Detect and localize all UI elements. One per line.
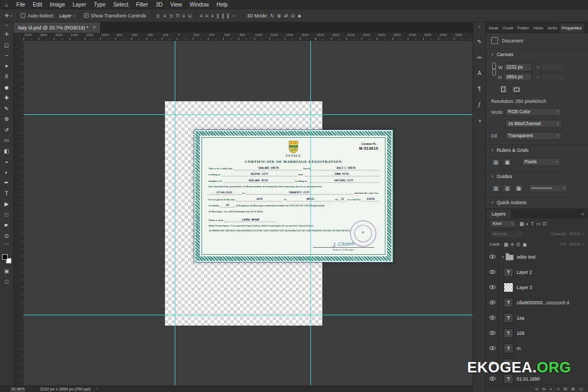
3d-scale-icon[interactable]: ◈ (298, 13, 302, 19)
layer-row[interactable]: ∨ 169 (486, 326, 588, 341)
filter-shape-layers-icon[interactable]: ▭ (535, 221, 541, 226)
glyphs-panel-icon[interactable]: ƒ (478, 102, 481, 108)
guide-horizontal[interactable] (23, 114, 473, 115)
menu-item[interactable]: Type (90, 2, 109, 8)
tab-patterns[interactable]: Patter (515, 23, 531, 33)
menu-item[interactable]: Layer (69, 2, 90, 8)
menu-item[interactable]: Help (213, 2, 232, 8)
tab-layers[interactable]: Layers (487, 210, 511, 218)
filter-adjustment-layers-icon[interactable]: ◐ (525, 221, 530, 226)
layer-name[interactable]: 169 (517, 330, 524, 336)
adjustment-layer-icon[interactable]: ◑ (557, 387, 560, 391)
layer-thumbnail[interactable] (506, 255, 513, 260)
blur-tool[interactable]: ◒ (0, 156, 14, 167)
layer-row[interactable]: ∨ edite text (486, 249, 588, 265)
lock-all-icon[interactable]: ▣ (521, 242, 528, 247)
layer-name[interactable]: cilla9000000...ccccccc0 d (517, 300, 569, 305)
visibility-toggle[interactable] (486, 265, 499, 279)
quick-actions-section-header[interactable]: ∨ Quick Actions (486, 197, 588, 206)
crop-tool[interactable]: # (0, 71, 14, 82)
type-tool[interactable]: T (0, 188, 14, 199)
distribute-vertical-centers-icon[interactable]: ≡ (205, 13, 208, 19)
show-transform-checkbox[interactable]: ✓ (84, 13, 89, 18)
tab-properties[interactable]: Properties (560, 23, 584, 33)
visibility-toggle[interactable] (486, 295, 499, 310)
expand-panels-icon[interactable]: « (478, 24, 480, 29)
toggle-grid-button[interactable]: ▦ (503, 158, 512, 166)
opacity-field[interactable]: 100% ∨ (569, 231, 584, 236)
zoom-level-field[interactable]: 20.46% (10, 387, 26, 392)
status-options-icon[interactable]: › (96, 387, 97, 391)
layer-name[interactable]: edite text (517, 254, 536, 260)
layer-mask-icon[interactable]: ◐ (550, 387, 553, 391)
menu-item[interactable]: Select (109, 2, 132, 8)
align-center-vertical-icon[interactable]: ≡ (182, 13, 185, 19)
kind-filter-dropdown[interactable]: Kind ∨ (490, 220, 516, 228)
clear-guides-button[interactable]: ▦ (514, 184, 523, 192)
landscape-orientation-button[interactable] (511, 85, 522, 94)
history-brush-tool[interactable]: ↺ (0, 125, 14, 136)
menu-item[interactable]: Edit (29, 2, 46, 8)
guide-style-dropdown[interactable]: ∨ (529, 184, 568, 192)
toolbar-collapse-icon[interactable]: » (5, 23, 8, 27)
brush-tool[interactable]: ✎ (0, 103, 14, 114)
lock-transparency-icon[interactable]: ▦ (503, 242, 509, 247)
tab-actions[interactable]: Actio (546, 23, 560, 33)
hand-tool[interactable]: ☛ (0, 220, 14, 231)
auto-select-target-dropdown[interactable]: Layer ∨ (59, 13, 76, 19)
color-swatches[interactable] (2, 254, 11, 264)
canvas-area[interactable]: License № M-513610 TUVALU CERTIFICATE OF… (23, 41, 473, 385)
eyedropper-tool[interactable]: ◆ (0, 82, 14, 93)
color-mode-dropdown[interactable]: RGB Color ∨ (505, 108, 562, 116)
distribute-left-icon[interactable]: ∥ (217, 13, 219, 19)
distribute-right-icon[interactable]: ∥ (227, 13, 230, 19)
delete-layer-icon[interactable]: ▭ (579, 387, 583, 391)
menu-item[interactable]: 3D (152, 2, 167, 8)
eraser-tool[interactable]: ▭ (0, 135, 14, 146)
guide-horizontal[interactable] (23, 315, 473, 315)
timeline-panel-icon[interactable]: ◑ (477, 118, 481, 124)
tab-swatches[interactable]: Swat (486, 23, 500, 33)
align-right-icon[interactable]: ⊐ (169, 13, 173, 19)
toggle-guides-button[interactable]: ▤ (491, 184, 500, 192)
zoom-tool[interactable]: ⊙ (0, 231, 14, 242)
home-icon[interactable]: ⌂ (0, 2, 13, 8)
filter-type-layers-icon[interactable]: T (530, 221, 535, 226)
layer-thumbnail[interactable] (504, 328, 513, 338)
lasso-tool[interactable]: ∽ (0, 50, 14, 61)
layer-row[interactable]: ∨ 1aa (486, 310, 588, 326)
distribute-bottom-icon[interactable]: ≡ (211, 13, 214, 19)
menu-item[interactable]: Image (46, 2, 69, 8)
guide-vertical[interactable] (310, 41, 311, 385)
quick-mask-icon[interactable]: ▣ (4, 268, 9, 274)
layer-effects-icon[interactable]: fx (542, 387, 546, 391)
screen-mode-icon[interactable]: ◻ (4, 279, 8, 284)
layer-thumbnail[interactable] (504, 283, 513, 292)
height-field[interactable]: 2854 px (504, 73, 532, 81)
tab-history[interactable]: Histo (531, 23, 546, 33)
layer-name[interactable]: m (517, 346, 520, 351)
align-left-icon[interactable]: ⊏ (156, 13, 161, 19)
auto-select-checkbox[interactable] (21, 13, 26, 18)
document-tab[interactable]: Italy id.psd @ 20.7% (RGB/16) * × (14, 22, 101, 33)
layer-row[interactable]: ∨ m (486, 341, 588, 356)
menu-item[interactable]: View (167, 2, 186, 8)
brush-settings-panel-icon[interactable]: ✎ (477, 39, 481, 45)
units-dropdown[interactable]: Pixels ∨ (522, 158, 561, 166)
more-options-icon[interactable]: ⋯ (231, 13, 236, 19)
dodge-tool[interactable]: ◐ (0, 167, 14, 178)
menu-item[interactable]: Filter (132, 2, 152, 8)
marquee-tool[interactable]: ◻ (0, 40, 14, 51)
vertical-ruler[interactable] (14, 41, 23, 385)
align-center-horizontal-icon[interactable]: ≡ (163, 13, 166, 19)
guide-vertical[interactable] (175, 41, 175, 385)
bit-depth-dropdown[interactable]: 16 Bits/Channel ∨ (505, 120, 562, 128)
panel-menu-icon[interactable]: ≡ (578, 212, 588, 218)
layer-thumbnail[interactable] (504, 298, 513, 308)
layer-thumbnail[interactable] (504, 267, 513, 277)
visibility-toggle[interactable] (486, 341, 499, 356)
distribute-horizontal-centers-icon[interactable]: ∥ (222, 13, 224, 19)
quick-selection-tool[interactable]: ✦ (0, 61, 14, 72)
align-top-icon[interactable]: ⊓ (176, 13, 180, 19)
layer-thumbnail[interactable] (504, 344, 513, 353)
